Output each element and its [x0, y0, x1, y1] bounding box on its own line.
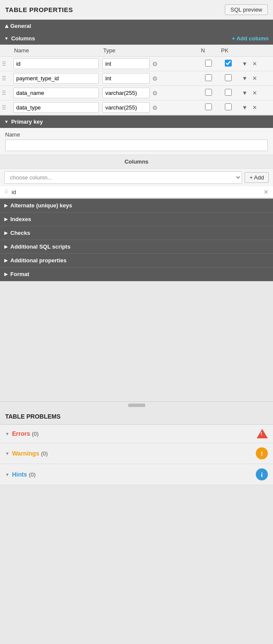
col-pk-checkbox[interactable]: [225, 103, 232, 110]
columns-table: Name Type N PK ⠿ ⚙: [0, 45, 273, 115]
drag-handle-icon[interactable]: ⠿: [2, 61, 6, 67]
col-header-name: Name: [12, 45, 101, 57]
table-problems-title: TABLE PROBLEMS: [0, 409, 273, 425]
general-section-header[interactable]: ▶ General: [0, 20, 273, 32]
pk-add-button[interactable]: + Add: [245, 172, 269, 183]
col-type-settings-button[interactable]: ⚙: [151, 74, 159, 83]
collapsed-section-item[interactable]: ▶ Checks: [0, 226, 273, 240]
warnings-count: (0): [41, 450, 48, 457]
collapsed-section-item[interactable]: ▶ Additional properties: [0, 254, 273, 267]
col-header-drag: [0, 45, 12, 57]
col-move-down-button[interactable]: ▼: [240, 74, 249, 82]
col-move-down-button[interactable]: ▼: [240, 60, 249, 68]
type-cell: ⚙: [102, 58, 196, 69]
pk-name-input[interactable]: [5, 140, 268, 151]
col-nullable-checkbox[interactable]: [205, 74, 212, 81]
hints-label: Hints: [12, 471, 27, 478]
collapsed-section-item[interactable]: ▶ Alternate (unique) keys: [0, 199, 273, 213]
col-header-pk: PK: [218, 45, 239, 57]
col-pk-checkbox[interactable]: [225, 89, 232, 96]
type-cell: ⚙: [102, 102, 196, 113]
collapsed-section-label: Checks: [10, 230, 30, 236]
errors-row[interactable]: ▼ Errors (0) !: [0, 425, 273, 443]
warnings-row[interactable]: ▼ Warnings (0) !: [0, 443, 273, 464]
col-remove-button[interactable]: ✕: [251, 74, 259, 82]
pk-choose-row: choose column... + Add: [0, 169, 273, 186]
type-cell: ⚙: [102, 88, 196, 98]
warnings-icon: !: [256, 447, 268, 459]
col-nullable-checkbox[interactable]: [205, 60, 212, 67]
general-section-label: General: [10, 23, 31, 29]
columns-arrow-icon: ▼: [4, 36, 9, 41]
table-problems-section: TABLE PROBLEMS ▼ Errors (0) ! ▼ Warnings…: [0, 409, 273, 485]
drag-handle-icon[interactable]: ⠿: [2, 75, 6, 82]
col-nullable-checkbox[interactable]: [205, 103, 212, 110]
col-pk-checkbox[interactable]: [225, 74, 232, 81]
collapsed-section-label: Additional SQL scripts: [10, 243, 71, 250]
warnings-icon-text: !: [261, 450, 263, 457]
hints-count: (0): [29, 471, 36, 478]
collapsed-section-arrow-icon: ▶: [4, 217, 8, 222]
page-title: TABLE PROPERTIES: [5, 6, 73, 13]
col-type-settings-button[interactable]: ⚙: [151, 60, 159, 68]
columns-table-wrapper: Name Type N PK ⠿ ⚙: [0, 45, 273, 115]
empty-space: [0, 281, 273, 401]
errors-triangle-exclamation: !: [261, 431, 262, 436]
col-type-settings-button[interactable]: ⚙: [151, 89, 159, 97]
pk-col-name: id: [12, 189, 264, 195]
collapsed-section-label: Additional properties: [10, 257, 67, 264]
col-type-input[interactable]: [102, 73, 150, 84]
col-name-input[interactable]: [13, 58, 99, 69]
hints-row[interactable]: ▼ Hints (0) i: [0, 464, 273, 485]
pk-columns-header: Columns: [0, 155, 273, 169]
col-header-type: Type: [101, 45, 198, 57]
col-nullable-checkbox[interactable]: [205, 89, 212, 96]
scroll-handle-area: [0, 401, 273, 409]
warnings-label: Warnings: [12, 450, 39, 457]
scroll-handle[interactable]: [128, 404, 145, 407]
bottom-space: [0, 485, 273, 519]
collapsed-section-label: Format: [10, 271, 29, 277]
add-column-button[interactable]: + Add column: [232, 35, 269, 42]
errors-label: Errors: [12, 430, 30, 437]
hints-icon: i: [256, 468, 268, 480]
col-name-input[interactable]: [13, 102, 99, 113]
col-type-input[interactable]: [102, 58, 150, 69]
sql-preview-button[interactable]: SQL preview: [225, 4, 268, 15]
col-pk-checkbox[interactable]: [225, 60, 232, 67]
col-type-input[interactable]: [102, 102, 150, 113]
table-row: ⠿ ⚙ ▼ ✕: [0, 71, 273, 86]
pk-columns-list: ⠿ id ✕: [0, 186, 273, 198]
errors-count: (0): [32, 431, 39, 437]
pk-choose-select[interactable]: choose column...: [4, 171, 242, 184]
collapsed-section-item[interactable]: ▶ Additional SQL scripts: [0, 240, 273, 254]
col-remove-button[interactable]: ✕: [251, 103, 259, 112]
collapsed-section-item[interactable]: ▶ Format: [0, 267, 273, 281]
drag-handle-icon[interactable]: ⠿: [2, 90, 6, 97]
type-cell: ⚙: [102, 73, 196, 84]
pk-col-remove-button[interactable]: ✕: [264, 188, 269, 195]
col-remove-button[interactable]: ✕: [251, 89, 259, 97]
col-move-down-button[interactable]: ▼: [240, 103, 249, 112]
col-type-input[interactable]: [102, 88, 150, 98]
pk-col-drag-icon[interactable]: ⠿: [4, 189, 8, 195]
collapsed-section-arrow-icon: ▶: [4, 272, 8, 276]
collapsed-section-label: Indexes: [10, 216, 31, 222]
drag-handle-icon[interactable]: ⠿: [2, 104, 6, 111]
columns-section-header[interactable]: ▼ Columns + Add column: [0, 32, 273, 45]
primary-key-arrow-icon: ▼: [4, 119, 9, 124]
collapsed-section-item[interactable]: ▶ Indexes: [0, 213, 273, 226]
collapsed-sections: ▶ Alternate (unique) keys ▶ Indexes ▶ Ch…: [0, 199, 273, 281]
primary-key-section-header[interactable]: ▼ Primary key: [0, 115, 273, 128]
collapsed-section-label: Alternate (unique) keys: [10, 202, 72, 209]
col-move-down-button[interactable]: ▼: [240, 89, 249, 97]
col-name-input[interactable]: [13, 88, 99, 98]
col-header-n: N: [198, 45, 218, 57]
col-type-settings-button[interactable]: ⚙: [151, 103, 159, 112]
errors-arrow-icon: ▼: [5, 431, 9, 436]
col-name-input[interactable]: [13, 73, 99, 84]
pk-column-row: ⠿ id ✕: [0, 186, 273, 198]
col-remove-button[interactable]: ✕: [251, 60, 259, 68]
collapsed-section-arrow-icon: ▶: [4, 258, 8, 263]
errors-triangle-icon: !: [257, 429, 268, 438]
